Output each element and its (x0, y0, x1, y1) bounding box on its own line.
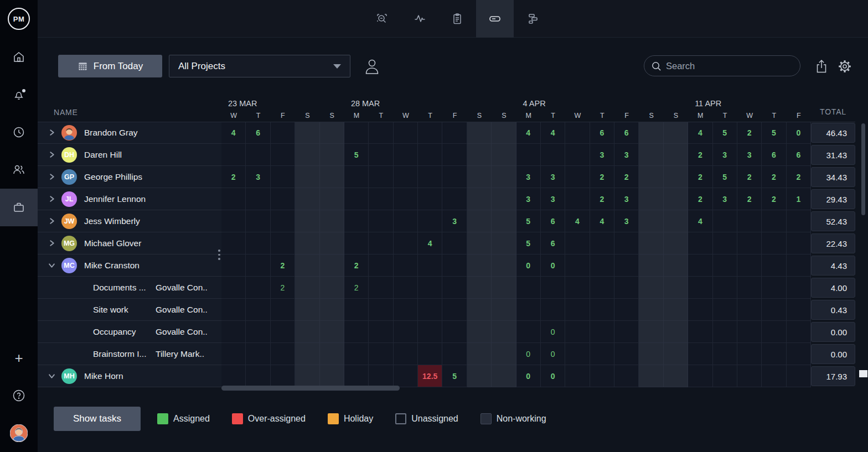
day-cell[interactable] (394, 210, 418, 232)
vertical-scrollbar[interactable] (861, 123, 865, 215)
day-cell[interactable] (541, 144, 565, 166)
day-cell[interactable]: 0 (541, 254, 565, 277)
day-cell[interactable] (492, 343, 516, 365)
day-cell[interactable] (442, 277, 467, 299)
day-cell[interactable]: 6 (762, 144, 786, 166)
day-cell[interactable] (221, 254, 246, 277)
day-cell[interactable] (295, 321, 319, 343)
day-cell[interactable]: 2 (344, 254, 369, 277)
day-cell[interactable]: 3 (516, 166, 541, 188)
day-cell[interactable] (492, 321, 516, 343)
day-cell[interactable] (762, 232, 786, 254)
day-cell[interactable] (787, 254, 811, 277)
day-cell[interactable]: 5 (442, 365, 467, 387)
day-cell[interactable]: 2 (737, 188, 762, 210)
day-cell[interactable] (614, 299, 639, 321)
day-cell[interactable] (639, 365, 663, 387)
day-cell[interactable]: 4 (221, 122, 246, 144)
day-cell[interactable] (762, 277, 786, 299)
day-cell[interactable]: 6 (787, 144, 811, 166)
day-cell[interactable] (369, 188, 393, 210)
day-cell[interactable] (369, 299, 393, 321)
day-cell[interactable] (344, 188, 369, 210)
day-cell[interactable] (271, 365, 295, 387)
day-cell[interactable] (492, 210, 516, 232)
day-cell[interactable] (344, 343, 369, 365)
task-row-label[interactable]: Brainstorm I...Tillery Mark.. (38, 343, 221, 365)
day-cell[interactable]: 6 (614, 122, 639, 144)
day-cell[interactable] (369, 343, 393, 365)
day-cell[interactable] (664, 365, 688, 387)
day-cell[interactable]: 3 (590, 144, 614, 166)
day-cell[interactable] (271, 232, 295, 254)
day-cell[interactable] (246, 210, 270, 232)
day-cell[interactable]: 2 (688, 166, 712, 188)
day-cell[interactable] (787, 321, 811, 343)
day-cell[interactable] (688, 365, 712, 387)
day-cell[interactable]: 3 (713, 144, 737, 166)
day-cell[interactable] (639, 321, 663, 343)
day-cell[interactable] (344, 166, 369, 188)
day-cell[interactable] (590, 254, 614, 277)
day-cell[interactable] (664, 254, 688, 277)
day-cell[interactable]: 2 (762, 166, 786, 188)
person-row-label[interactable]: MCMike Cranston (38, 254, 221, 277)
day-cell[interactable] (221, 277, 246, 299)
day-cell[interactable] (737, 365, 762, 387)
nav-notifications[interactable] (0, 76, 38, 113)
day-cell[interactable] (320, 232, 344, 254)
day-cell[interactable] (737, 210, 762, 232)
person-row-label[interactable]: GPGeorge Phillips (38, 166, 221, 188)
collapse-chevron-icon[interactable] (46, 261, 56, 271)
day-cell[interactable] (394, 144, 418, 166)
day-cell[interactable] (246, 343, 270, 365)
day-cell[interactable]: 5 (713, 166, 737, 188)
day-cell[interactable]: 4 (418, 232, 442, 254)
day-cell[interactable] (394, 277, 418, 299)
day-cell[interactable] (295, 232, 319, 254)
day-cell[interactable] (467, 321, 492, 343)
day-cell[interactable] (492, 166, 516, 188)
day-cell[interactable] (467, 343, 492, 365)
nav-home[interactable] (0, 38, 38, 76)
day-cell[interactable] (394, 343, 418, 365)
day-cell[interactable] (787, 365, 811, 387)
day-cell[interactable]: 12.5 (418, 365, 442, 387)
day-cell[interactable] (295, 122, 319, 144)
day-cell[interactable] (369, 210, 393, 232)
day-cell[interactable] (418, 299, 442, 321)
day-cell[interactable] (320, 188, 344, 210)
day-cell[interactable]: 2 (221, 166, 246, 188)
day-cell[interactable] (418, 144, 442, 166)
day-cell[interactable] (713, 232, 737, 254)
expand-chevron-icon[interactable] (46, 128, 56, 138)
day-cell[interactable] (442, 232, 467, 254)
day-cell[interactable] (713, 321, 737, 343)
day-cell[interactable] (762, 254, 786, 277)
day-cell[interactable] (418, 166, 442, 188)
day-cell[interactable]: 2 (688, 144, 712, 166)
day-cell[interactable] (246, 144, 270, 166)
nav-work[interactable] (0, 189, 38, 226)
day-cell[interactable] (369, 166, 393, 188)
day-cell[interactable]: 3 (246, 166, 270, 188)
day-cell[interactable] (221, 343, 246, 365)
day-cell[interactable] (664, 166, 688, 188)
day-cell[interactable] (565, 299, 590, 321)
day-cell[interactable] (271, 188, 295, 210)
tab-workload[interactable] (476, 0, 514, 38)
day-cell[interactable]: 0 (787, 122, 811, 144)
day-cell[interactable] (271, 299, 295, 321)
day-cell[interactable] (565, 277, 590, 299)
day-cell[interactable] (688, 277, 712, 299)
day-cell[interactable]: 6 (246, 122, 270, 144)
day-cell[interactable]: 2 (688, 188, 712, 210)
day-cell[interactable] (590, 365, 614, 387)
day-cell[interactable]: 2 (271, 277, 295, 299)
day-cell[interactable]: 0 (516, 343, 541, 365)
day-cell[interactable] (565, 232, 590, 254)
day-cell[interactable] (737, 321, 762, 343)
day-cell[interactable] (565, 254, 590, 277)
day-cell[interactable] (614, 365, 639, 387)
day-cell[interactable] (295, 299, 319, 321)
